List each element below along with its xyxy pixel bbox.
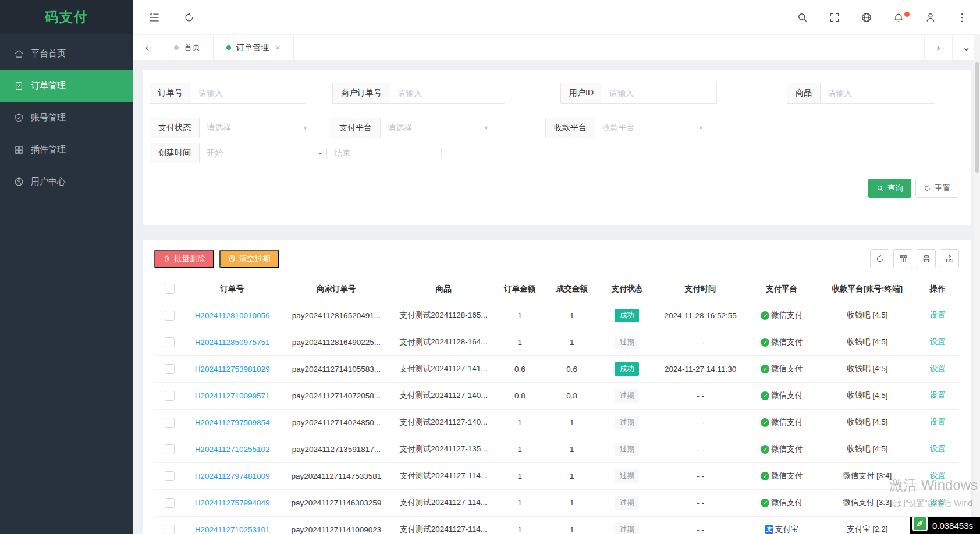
language-globe-icon[interactable] xyxy=(861,12,872,23)
tab-order-management[interactable]: 订单管理 × xyxy=(214,35,294,60)
pay-time: - - xyxy=(656,516,744,534)
pay-status-badge: 过期 xyxy=(615,443,639,456)
pay-status-badge: 过期 xyxy=(615,416,639,429)
paid-amount: 1 xyxy=(546,409,598,436)
sidebar-item-plugins[interactable]: 插件管理 xyxy=(0,134,133,166)
clear-expired-button[interactable]: 清空过期 xyxy=(219,250,279,268)
receive-platform-cell: 支付宝 [2:2] xyxy=(818,516,916,534)
pay-status-badge: 过期 xyxy=(615,496,639,510)
user-id-input[interactable] xyxy=(602,83,717,104)
receive-platform-cell: 收钱吧 [4:5] xyxy=(818,355,916,382)
order-amount: 0.8 xyxy=(494,382,546,409)
fullscreen-icon[interactable] xyxy=(829,12,840,23)
filter-product: 商品 xyxy=(787,83,935,104)
pay-platform: 支支付宝 xyxy=(765,524,799,534)
filter-label: 收款平台 xyxy=(545,118,595,138)
order-amount: 0.6 xyxy=(494,355,546,382)
settings-link[interactable]: 设置 xyxy=(930,498,946,507)
settings-link[interactable]: 设置 xyxy=(930,471,946,480)
row-checkbox[interactable] xyxy=(165,418,175,428)
tabs-scroll-left-button[interactable]: ‹ xyxy=(133,35,161,60)
create-time-start-input[interactable] xyxy=(199,143,314,163)
table-refresh-button[interactable] xyxy=(870,249,889,268)
print-button[interactable] xyxy=(917,249,936,268)
alipay-pay-icon: 支 xyxy=(765,525,773,534)
settings-link[interactable]: 设置 xyxy=(930,311,946,319)
row-checkbox[interactable] xyxy=(165,311,175,321)
export-button[interactable] xyxy=(940,249,959,268)
render-time-overlay: 0.038453s xyxy=(910,517,980,534)
row-checkbox[interactable] xyxy=(165,498,175,508)
sidebar-item-accounts[interactable]: 账号管理 xyxy=(0,102,133,134)
merchant-order-no: pay202411271146303259 xyxy=(280,489,393,516)
order-amount: 1 xyxy=(494,302,546,329)
more-menu-icon[interactable]: ⋮ xyxy=(957,12,965,23)
product-input[interactable] xyxy=(820,83,935,104)
order-number-link[interactable]: H2024112810010056 xyxy=(195,311,270,320)
tab-home[interactable]: 首页 xyxy=(161,35,214,60)
refresh-page-icon[interactable] xyxy=(183,12,195,23)
row-checkbox[interactable] xyxy=(165,444,175,454)
batch-delete-button[interactable]: 批量删除 xyxy=(154,250,214,268)
select-all-checkbox[interactable] xyxy=(165,284,175,294)
column-filter-button[interactable] xyxy=(893,249,912,268)
account-icon xyxy=(14,113,24,123)
sidebar-item-user-center[interactable]: 用户中心 xyxy=(0,166,133,198)
row-checkbox[interactable] xyxy=(165,471,175,481)
select-placeholder: 收款平台 xyxy=(602,123,635,133)
settings-link[interactable]: 设置 xyxy=(930,444,946,453)
receive-platform-cell: 收钱吧 [4:5] xyxy=(818,436,916,462)
column-header: 支付平台 xyxy=(745,276,818,302)
order-no-input[interactable] xyxy=(191,83,306,104)
tabbar-spacer xyxy=(294,35,924,60)
settings-link[interactable]: 设置 xyxy=(930,364,946,373)
order-number-link[interactable]: H2024112850975751 xyxy=(195,338,270,347)
order-number-link[interactable]: H2024112710255102 xyxy=(195,445,270,454)
paid-amount: 1 xyxy=(546,302,598,329)
settings-link[interactable]: 设置 xyxy=(930,391,946,400)
plugin-icon xyxy=(14,145,24,155)
order-number-link[interactable]: H2024112710253101 xyxy=(195,525,270,534)
receive-platform-select[interactable]: 收款平台 ▼ xyxy=(595,118,711,138)
search-icon[interactable] xyxy=(797,12,808,23)
product-name: 支付测试20241128-165... xyxy=(393,302,494,329)
row-checkbox[interactable] xyxy=(165,364,175,374)
collapse-sidebar-icon[interactable] xyxy=(148,12,160,23)
settings-link[interactable]: 设置 xyxy=(930,337,946,346)
sidebar-item-orders[interactable]: 订单管理 xyxy=(0,70,133,102)
column-header: 商家订单号 xyxy=(280,276,393,302)
notification-badge-dot xyxy=(904,12,910,17)
sidebar: 码支付 平台首页 订单管理 账号管理 xyxy=(0,0,133,534)
pay-status-select[interactable]: 请选择 ▼ xyxy=(199,118,315,138)
query-button[interactable]: 查询 xyxy=(868,179,911,198)
wechat-pay-icon: ✓ xyxy=(761,338,769,347)
order-number-link[interactable]: H2024112797481009 xyxy=(195,472,270,480)
create-time-end-input[interactable] xyxy=(326,148,442,158)
merchant-order-no-input[interactable] xyxy=(390,83,505,104)
order-number-link[interactable]: H2024112797509854 xyxy=(195,418,270,427)
order-number-link[interactable]: H2024112757994849 xyxy=(195,499,270,507)
row-checkbox[interactable] xyxy=(165,525,175,534)
settings-link[interactable]: 设置 xyxy=(930,418,946,426)
receive-platform-cell: 微信支付 [3:4] xyxy=(818,462,916,489)
row-checkbox[interactable] xyxy=(165,391,175,401)
filter-label: 支付平台 xyxy=(331,118,380,138)
tabs-scroll-right-button[interactable]: › xyxy=(924,35,952,60)
table-row: H2024112810010056 pay2024112816520491...… xyxy=(154,302,959,329)
scrollbar-thumb[interactable] xyxy=(975,62,979,173)
vertical-scrollbar[interactable] xyxy=(974,34,980,534)
pay-status-badge: 过期 xyxy=(615,389,639,403)
order-number-link[interactable]: H2024112753981029 xyxy=(195,365,270,373)
profile-icon[interactable] xyxy=(925,12,936,23)
product-name: 支付测试20241127-140... xyxy=(393,409,494,436)
pay-platform-select[interactable]: 请选择 ▼ xyxy=(380,118,496,138)
filter-label: 商户订单号 xyxy=(332,83,390,104)
product-name: 支付测试20241127-114... xyxy=(393,462,494,489)
tab-close-icon[interactable]: × xyxy=(275,42,280,52)
reset-button[interactable]: 重置 xyxy=(915,179,958,198)
order-number-link[interactable]: H2024112710099571 xyxy=(195,391,270,400)
sidebar-item-home[interactable]: 平台首页 xyxy=(0,38,133,70)
order-amount: 1 xyxy=(494,489,546,516)
row-checkbox[interactable] xyxy=(165,337,175,347)
notifications-bell-icon[interactable] xyxy=(893,12,904,23)
